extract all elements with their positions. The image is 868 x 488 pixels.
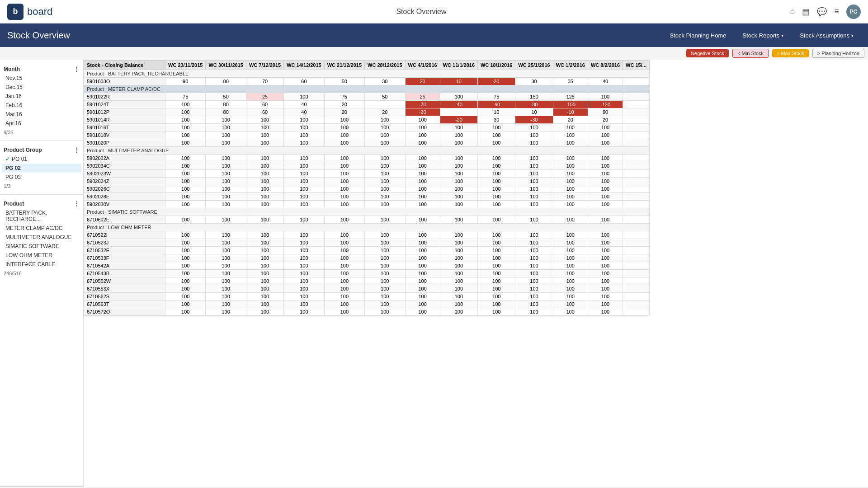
sidebar-item-pg01[interactable]: ✓ PG 01: [2, 155, 81, 164]
sidebar-item-multimeter[interactable]: MULTIMETER ANALOGUE: [2, 233, 81, 242]
sidebar-item-pg03[interactable]: PG 03: [2, 173, 81, 182]
table-row: 5901012P 100 80 60 40 20 20 -20 10 10 -1…: [84, 108, 650, 116]
chevron-down-icon: ▾: [781, 33, 783, 38]
sidebar-item-simatic[interactable]: SIMATIC SOFTWARE: [2, 242, 81, 251]
nav-stock-planning-home[interactable]: Stock Planning Home: [663, 28, 734, 42]
legend-negative-label: Negative Stock: [691, 51, 724, 56]
table-row: 5902024Z 1001001001001001001001001001001…: [84, 178, 650, 185]
nav-bar: Stock Overview Stock Planning Home Stock…: [0, 23, 868, 47]
col-wc11: WC 1/2/2016: [553, 61, 588, 70]
sidebar-item-feb16[interactable]: Feb.16: [2, 101, 81, 110]
group-meter-header: Product : METER CLAMP AC/DC: [84, 85, 650, 93]
table-row: 5901014R 100 100 100 100 100 100 100 -20…: [84, 116, 650, 124]
product-count: 246/516: [0, 269, 83, 278]
group-simatic-header: Product : SIMATIC SOFTWARE: [84, 208, 650, 216]
table-row: 5902028E 1001001001001001001001001001001…: [84, 193, 650, 201]
table-row: 5901003O 90 80 70 60 50 30 20 10 20 30 3…: [84, 78, 650, 85]
table-row: 6710562S 1001001001001001001001001001001…: [84, 293, 650, 300]
legend-planning: > Planning Horizon: [812, 49, 864, 58]
sidebar-item-dec15[interactable]: Dec.15: [2, 83, 81, 92]
table-row: 6710602E 1001001001001001001001001001001…: [84, 216, 650, 224]
col-wc4: WC 14/12/2015: [284, 61, 324, 70]
table-row: 6710532E 1001001001001001001001001001001…: [84, 247, 650, 254]
product-group-menu-icon[interactable]: ⋮: [73, 146, 80, 154]
month-items: Nov.15 Dec.15 Jan.16 Feb.16 Mar.16 Apr.1…: [0, 74, 83, 128]
col-wc6: WC 28/12/2015: [365, 61, 405, 70]
month-label: Month: [4, 66, 20, 72]
sidebar-item-pg02[interactable]: PG 02: [2, 164, 81, 173]
table-row: 6710522I 1001001001001001001001001001001…: [84, 231, 650, 239]
home-icon[interactable]: ⌂: [790, 7, 795, 16]
table-row: 5901020P 100 100 100 100 100 100 100 100…: [84, 139, 650, 147]
content-area[interactable]: Stock - Closing Balance WC 23/11/2015 WC…: [84, 60, 868, 487]
table-row: 6710553X 1001001001001001001001001001001…: [84, 285, 650, 293]
sidebar-item-mar16[interactable]: Mar.16: [2, 110, 81, 119]
col-wc1: WC 23/11/2015: [165, 61, 206, 70]
product-items-scroll[interactable]: BATTERY PACK, RECHARGE... METER CLAMP AC…: [0, 208, 83, 269]
sidebar-item-battery-pack[interactable]: BATTERY PACK, RECHARGE...: [2, 208, 81, 224]
group-low-ohm: Product : LOW OHM METER: [84, 224, 650, 231]
sidebar-item-nov15[interactable]: Nov.15: [2, 74, 81, 83]
month-menu-icon[interactable]: ⋮: [73, 66, 80, 73]
table-row: 6710533F 1001001001001001001001001001001…: [84, 254, 650, 262]
nav-label-home: Stock Planning Home: [670, 32, 726, 39]
month-count: 9/36: [0, 128, 83, 137]
table-row: 5902034C 1001001001001001001001001001001…: [84, 162, 650, 170]
nav-stock-assumptions[interactable]: Stock Assumptions ▾: [793, 28, 861, 42]
logo-name: board: [27, 6, 52, 18]
table-row: 5902032A 1001001001001001001001001001001…: [84, 155, 650, 162]
group-simatic: Product : SIMATIC SOFTWARE: [84, 208, 650, 216]
sidebar-item-jan16[interactable]: Jan.16: [2, 92, 81, 101]
nav-stock-reports[interactable]: Stock Reports ▾: [736, 28, 791, 42]
table-row: 6710563T 1001001001001001001001001001001…: [84, 300, 650, 308]
table-row: 5902026C 1001001001001001001001001001001…: [84, 185, 650, 193]
col-wc3: WC 7/12/2015: [246, 61, 283, 70]
product-menu-icon[interactable]: ⋮: [73, 200, 80, 207]
month-section: Month ⋮ Nov.15 Dec.15 Jan.16 Feb.16 Mar.…: [0, 60, 83, 141]
nav-title: Stock Overview: [7, 30, 663, 41]
group-meter-clamp: Product : METER CLAMP AC/DC: [84, 85, 650, 93]
chat-icon[interactable]: 💬: [817, 7, 827, 17]
avatar[interactable]: PC: [846, 5, 861, 19]
legend-min: < Min Stock: [732, 49, 769, 58]
sidebar-item-meter-clamp[interactable]: METER CLAMP AC/DC: [2, 224, 81, 233]
legend-negative: Negative Stock: [686, 49, 729, 57]
top-icons: ⌂ ▤ 💬 ≡ PC: [790, 5, 861, 19]
table-row: 5901018V 100 100 100 100 100 100 100 100…: [84, 131, 650, 139]
sidebar-item-apr16[interactable]: Apr.16: [2, 119, 81, 128]
product-group-section: Product Group ⋮ ✓ PG 01 PG 02 PG 03 1/3: [0, 141, 83, 195]
group-multimeter: Product : MULTIMETER ANALOGUE: [84, 147, 650, 155]
table-row: 5901022R 75 50 25 100 75 50 25 100 75 15…: [84, 93, 650, 101]
table-row: 5902030V 1001001001001001001001001001001…: [84, 201, 650, 208]
sidebar-item-interface-cable[interactable]: INTERFACE CABLE: [2, 260, 81, 269]
col-wc13: WC 15/...: [623, 61, 650, 70]
product-group-count: 1/3: [0, 182, 83, 191]
table-row: 5901016T 100 100 100 100 100 100 100 100…: [84, 124, 650, 131]
product-items: BATTERY PACK, RECHARGE... METER CLAMP AC…: [0, 208, 83, 269]
main-layout: Month ⋮ Nov.15 Dec.15 Jan.16 Feb.16 Mar.…: [0, 60, 868, 487]
menu-icon[interactable]: ≡: [834, 7, 839, 16]
legend-bar: Negative Stock < Min Stock > Max Stock >…: [0, 47, 868, 60]
product-section: Product ⋮ BATTERY PACK, RECHARGE... METE…: [0, 195, 83, 487]
table-row: 6710523J 1001001001001001001001001001001…: [84, 239, 650, 247]
col-header-main: Stock - Closing Balance: [84, 61, 165, 70]
group-battery-header: Product : BATTERY PACK_RECHARGEABLE: [84, 70, 650, 78]
top-title: Stock Overview: [52, 8, 790, 16]
table-row: 6710552W 1001001001001001001001001001001…: [84, 277, 650, 285]
col-wc8: WC 11/1/2016: [440, 61, 477, 70]
table-row: 6710572O 1001001001001001001001001001001…: [84, 308, 650, 316]
sidebar: Month ⋮ Nov.15 Dec.15 Jan.16 Feb.16 Mar.…: [0, 60, 84, 487]
table-row: 5902023W 1001001001001001001001001001001…: [84, 170, 650, 178]
pg01-label: PG 01: [12, 156, 27, 162]
month-items-scroll[interactable]: Nov.15 Dec.15 Jan.16 Feb.16 Mar.16 Apr.1…: [0, 74, 83, 128]
table-row: 5901024T 100 80 60 40 20 -20 -40 -60 -80…: [84, 101, 650, 108]
col-wc9: WC 18/1/2016: [478, 61, 515, 70]
sidebar-item-low-ohm[interactable]: LOW OHM METER: [2, 251, 81, 260]
col-wc10: WC 25/1/2016: [515, 61, 553, 70]
top-bar: b board Stock Overview ⌂ ▤ 💬 ≡ PC: [0, 0, 868, 23]
group-battery-pack: Product : BATTERY PACK_RECHARGEABLE: [84, 70, 650, 78]
logo-area: b board: [7, 4, 52, 20]
product-group-label: Product Group: [4, 147, 42, 153]
table-row: 6710543B 1001001001001001001001001001001…: [84, 270, 650, 277]
print-icon[interactable]: ▤: [802, 7, 810, 17]
